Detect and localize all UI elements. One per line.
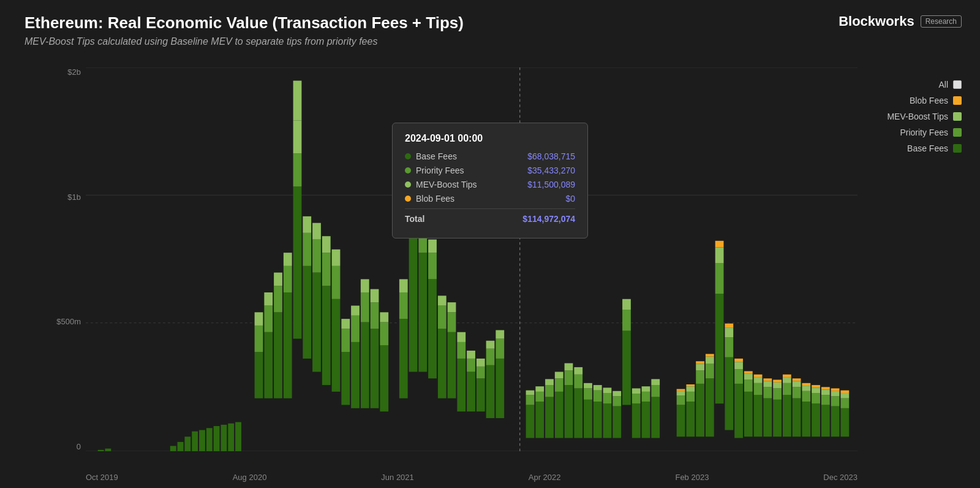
tooltip-total-value: $114,972,074	[522, 214, 575, 224]
svg-rect-38	[312, 223, 321, 240]
svg-rect-95	[526, 391, 535, 395]
svg-rect-63	[409, 226, 418, 372]
svg-rect-135	[677, 405, 685, 437]
svg-rect-180	[783, 383, 791, 395]
svg-rect-133	[651, 385, 660, 397]
svg-rect-144	[696, 370, 704, 384]
svg-rect-12	[206, 428, 213, 451]
svg-rect-120	[612, 406, 621, 438]
svg-rect-193	[812, 387, 820, 393]
svg-rect-125	[622, 299, 631, 310]
svg-rect-99	[545, 397, 554, 438]
tooltip-text-priority: Priority Fees	[416, 166, 464, 175]
svg-rect-128	[632, 388, 641, 394]
svg-rect-109	[574, 375, 582, 389]
svg-rect-190	[802, 383, 810, 386]
svg-rect-33	[303, 266, 311, 359]
svg-rect-175	[773, 400, 782, 437]
svg-rect-73	[438, 306, 447, 329]
legend-item-blob[interactable]: Blob Fees	[910, 96, 962, 105]
svg-rect-15	[228, 424, 234, 451]
svg-rect-107	[565, 363, 573, 370]
svg-rect-199	[831, 406, 840, 437]
x-label-aug2020: Aug 2020	[233, 473, 267, 482]
tooltip-label-priority: Priority Fees	[405, 166, 464, 175]
chart-header: Ethereum: Real Economic Value (Transacti…	[24, 13, 464, 47]
svg-rect-57	[380, 345, 388, 411]
svg-rect-35	[303, 216, 311, 233]
legend-item-all[interactable]: All	[938, 80, 962, 90]
svg-rect-184	[793, 387, 801, 398]
svg-rect-163	[744, 392, 753, 437]
legend-box-mev	[953, 112, 962, 121]
svg-rect-7	[170, 446, 176, 451]
svg-rect-203	[840, 408, 849, 437]
svg-rect-161	[734, 362, 743, 369]
svg-rect-108	[574, 388, 582, 438]
svg-rect-10	[192, 432, 198, 451]
svg-rect-176	[773, 388, 782, 399]
svg-rect-70	[428, 253, 437, 279]
legend-item-base[interactable]: Base Fees	[907, 143, 962, 153]
svg-rect-100	[545, 385, 554, 397]
research-badge: Research	[921, 15, 962, 28]
legend-label-all: All	[938, 80, 948, 90]
svg-rect-85	[477, 367, 485, 378]
chart-title: Ethereum: Real Economic Value (Transacti…	[24, 13, 464, 32]
svg-rect-147	[706, 378, 714, 437]
svg-rect-87	[486, 365, 495, 418]
svg-rect-140	[686, 392, 695, 402]
chart-container: Ethereum: Real Economic Value (Transacti…	[0, 0, 980, 488]
svg-rect-53	[361, 279, 369, 292]
legend-box-all	[953, 80, 962, 89]
svg-rect-91	[496, 339, 504, 359]
tooltip-total-label: Total	[405, 214, 424, 224]
svg-rect-105	[565, 385, 573, 438]
legend-item-mev[interactable]: MEV-Boost Tips	[887, 112, 962, 121]
svg-rect-34	[303, 233, 311, 266]
svg-rect-117	[603, 403, 612, 438]
svg-rect-191	[812, 403, 820, 437]
svg-rect-101	[545, 379, 554, 385]
svg-rect-13	[214, 426, 220, 451]
svg-rect-88	[486, 349, 495, 365]
tooltip-text-blob: Blob Fees	[416, 194, 454, 204]
tooltip-date: 2024-09-01 00:00	[405, 133, 575, 144]
svg-rect-79	[457, 342, 466, 359]
svg-rect-58	[380, 322, 388, 346]
svg-rect-31	[293, 120, 302, 153]
svg-rect-116	[594, 385, 602, 391]
svg-rect-132	[651, 397, 660, 438]
svg-rect-159	[734, 384, 743, 438]
legend-label-mev: MEV-Boost Tips	[887, 112, 948, 121]
svg-rect-195	[821, 405, 830, 437]
logo-area: Blockworks Research	[839, 13, 962, 29]
svg-rect-47	[341, 319, 350, 329]
svg-rect-113	[584, 383, 592, 389]
svg-rect-96	[535, 402, 544, 438]
tooltip-row-base: Base Fees $68,038,715	[405, 151, 575, 161]
x-axis: Oct 2019 Aug 2020 Jun 2021 Apr 2022 Feb …	[86, 473, 858, 482]
svg-rect-51	[361, 322, 369, 408]
svg-rect-106	[565, 370, 573, 385]
svg-rect-8	[178, 442, 184, 451]
tooltip-text-mev: MEV-Boost Tips	[416, 180, 477, 189]
svg-rect-115	[594, 391, 602, 402]
svg-rect-104	[555, 372, 564, 378]
legend-item-priority[interactable]: Priority Fees	[900, 128, 962, 137]
tooltip-label-mev: MEV-Boost Tips	[405, 180, 477, 189]
svg-rect-162	[734, 359, 743, 362]
tooltip-value-mev: $11,500,089	[527, 180, 575, 189]
svg-rect-201	[831, 391, 840, 397]
svg-rect-11	[199, 430, 205, 451]
svg-rect-173	[763, 381, 772, 387]
svg-rect-27	[284, 266, 292, 292]
svg-rect-139	[686, 402, 695, 437]
svg-rect-154	[715, 241, 724, 248]
svg-rect-134	[651, 379, 660, 385]
svg-rect-182	[783, 375, 791, 377]
svg-rect-197	[821, 390, 830, 395]
svg-rect-82	[467, 359, 475, 372]
svg-rect-14	[221, 425, 227, 451]
svg-rect-84	[477, 378, 485, 411]
